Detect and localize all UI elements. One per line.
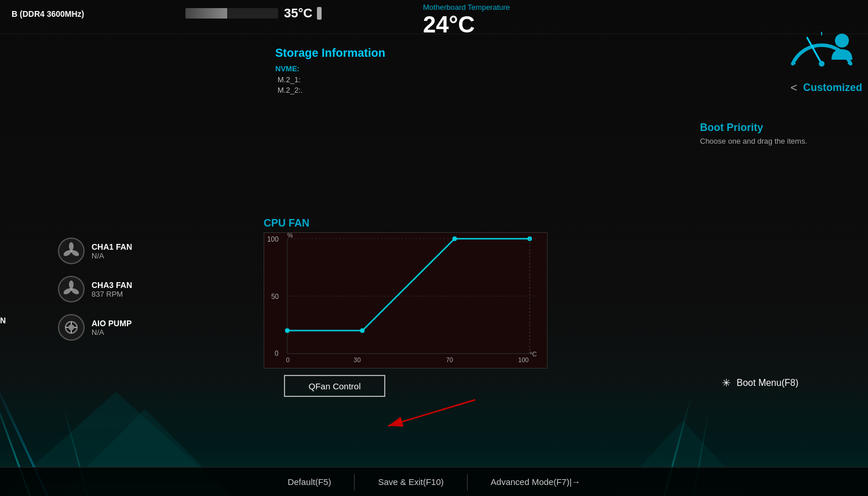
m2-1-item: M.2_1: [275,75,385,84]
cpu-fan-chart: 100 50 0 % 0 30 70 100 °C [264,232,548,369]
cha3-fan-item: CHA3 FAN 837 RPM [58,276,132,302]
memory-label: B (DDR4 3600MHz) [12,9,84,19]
temp-slider-handle[interactable] [317,7,322,20]
boot-menu-button[interactable]: ✳ Boot Menu(F8) [722,377,798,389]
m2-2-item: M.2_2:. [275,86,385,94]
pump-icon [63,319,80,336]
advanced-mode-label: Advanced Mode(F7)|→ [491,477,581,487]
cpu-fan-section: CPU FAN 100 50 0 % 0 30 70 100 °C [264,217,559,369]
svg-point-34 [285,329,290,333]
cha3-fan-icon [58,276,85,302]
svg-text:100: 100 [518,356,528,363]
boot-priority-description: Choose one and drag the items. [700,137,862,145]
motherboard-temp: Motherboard Temperature 24°C [423,3,510,38]
gauge-area [781,3,862,84]
svg-text:100: 100 [267,235,279,243]
svg-point-36 [453,236,457,241]
memory-info: B (DDR4 3600MHz) [0,0,116,28]
customized-label: Customized [803,82,862,94]
cha3-fan-value: 837 RPM [92,290,132,298]
qfan-control-label: QFan Control [308,381,360,391]
svg-point-15 [68,324,74,330]
chevron-left-icon[interactable]: < [790,81,797,94]
svg-point-35 [360,329,364,333]
aio-pump-value: N/A [92,328,132,337]
mb-temp-label: Motherboard Temperature [423,3,510,12]
boot-menu-label: Boot Menu(F8) [736,378,798,388]
qfan-control-button[interactable]: QFan Control [284,375,385,397]
svg-text:0: 0 [286,356,290,363]
storage-information: Storage Information NVME: M.2_1: M.2_2:. [269,41,391,102]
cpu-fan-title: CPU FAN [264,217,559,229]
svg-rect-20 [264,233,547,368]
snowflake-icon: ✳ [722,377,731,389]
aio-pump-info: AIO PUMP N/A [92,319,132,337]
svg-text:0: 0 [275,349,279,358]
aio-pump-icon [58,314,85,341]
cha1-fan-item: CHA1 FAN N/A [58,238,132,264]
boot-priority-title: Boot Priority [700,122,862,134]
svg-point-1 [819,61,825,67]
nvme-label: NVME: [275,64,385,73]
svg-point-7 [69,242,74,250]
bottom-bar: Default(F5) Save & Exit(F10) Advanced Mo… [0,467,868,496]
fan-blade-icon-2 [63,280,80,298]
cpu-fan-chart-svg: 100 50 0 % 0 30 70 100 °C [264,233,547,368]
svg-point-2 [835,34,849,48]
advanced-mode-button[interactable]: Advanced Mode(F7)|→ [468,468,604,496]
storage-title: Storage Information [275,46,385,60]
temp-bar-fill [185,8,227,19]
save-exit-label: Save & Exit(F10) [378,477,443,487]
gauge-icon [784,14,859,72]
cha3-fan-label: CHA3 FAN [92,280,132,290]
left-edge-label: N [0,316,6,325]
cha1-fan-value: N/A [92,251,132,260]
cpu-temperature-display: 35°C [185,0,322,27]
save-exit-button[interactable]: Save & Exit(F10) [355,468,466,496]
svg-line-0 [807,38,822,64]
svg-text:50: 50 [271,293,279,301]
mb-temp-value: 24°C [423,12,510,38]
temp-bar-container [185,8,278,19]
cha1-fan-icon [58,238,85,264]
svg-text:70: 70 [446,356,453,363]
cpu-temp-value: 35°C [284,6,312,21]
cha1-fan-info: CHA1 FAN N/A [92,242,132,260]
fan-blade-icon [63,242,80,260]
default-label: Default(F5) [287,477,331,487]
cha1-fan-label: CHA1 FAN [92,242,132,251]
cha3-fan-info: CHA3 FAN 837 RPM [92,280,132,298]
svg-text:30: 30 [353,356,360,363]
fan-section: CHA1 FAN N/A CHA3 FAN 837 RPM [58,238,132,341]
boot-priority-section: Boot Priority Choose one and drag the it… [700,122,862,145]
aio-pump-label: AIO PUMP [92,319,132,328]
svg-text:%: % [287,233,293,239]
customized-row[interactable]: < Customized [790,81,862,94]
default-button[interactable]: Default(F5) [264,468,354,496]
svg-text:°C: °C [530,351,537,358]
svg-point-11 [69,280,74,289]
aio-pump-item: AIO PUMP N/A [58,314,132,341]
